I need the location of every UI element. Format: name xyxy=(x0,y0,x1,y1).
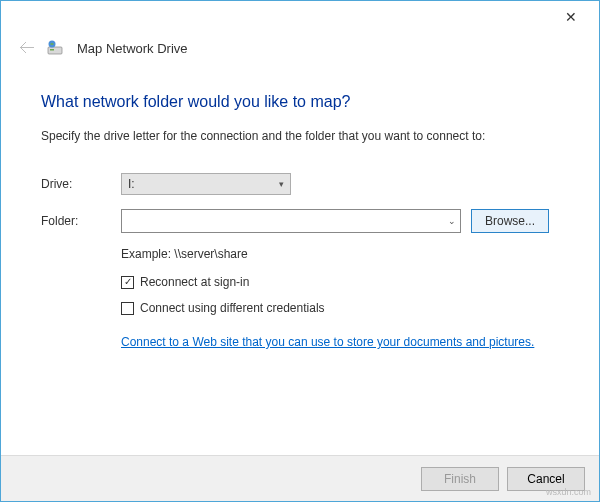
svg-rect-1 xyxy=(50,49,54,51)
browse-button-label: Browse... xyxy=(485,214,535,228)
finish-button-label: Finish xyxy=(444,472,476,486)
finish-button: Finish xyxy=(421,467,499,491)
folder-label: Folder: xyxy=(41,214,121,228)
reconnect-checkbox[interactable]: ✓ xyxy=(121,276,134,289)
chevron-down-icon: ⌄ xyxy=(448,216,456,226)
window-title: Map Network Drive xyxy=(77,41,188,56)
chevron-down-icon: ▾ xyxy=(279,179,284,189)
drive-select[interactable]: I: ▾ xyxy=(121,173,291,195)
page-heading: What network folder would you like to ma… xyxy=(41,93,559,111)
credentials-checkbox-row[interactable]: Connect using different credentials xyxy=(121,301,559,315)
reconnect-label: Reconnect at sign-in xyxy=(140,275,249,289)
credentials-checkbox[interactable] xyxy=(121,302,134,315)
titlebar: ✕ xyxy=(1,1,599,33)
example-text: Example: \\server\share xyxy=(121,247,559,261)
close-icon: ✕ xyxy=(565,9,577,25)
close-button[interactable]: ✕ xyxy=(551,3,591,31)
footer: Finish Cancel xyxy=(1,455,599,501)
header-row: 🡠 Map Network Drive xyxy=(1,33,599,69)
cancel-button-label: Cancel xyxy=(527,472,564,486)
drive-row: Drive: I: ▾ xyxy=(41,173,559,195)
options-block: Example: \\server\share ✓ Reconnect at s… xyxy=(121,247,559,349)
drive-select-value: I: xyxy=(128,177,135,191)
page-subtext: Specify the drive letter for the connect… xyxy=(41,129,559,143)
browse-button[interactable]: Browse... xyxy=(471,209,549,233)
network-drive-icon xyxy=(47,39,65,57)
back-arrow-icon[interactable]: 🡠 xyxy=(19,40,35,56)
folder-input[interactable]: ⌄ xyxy=(121,209,461,233)
drive-label: Drive: xyxy=(41,177,121,191)
content-area: What network folder would you like to ma… xyxy=(1,69,599,349)
website-link[interactable]: Connect to a Web site that you can use t… xyxy=(121,335,534,349)
credentials-label: Connect using different credentials xyxy=(140,301,325,315)
watermark: wsxdn.com xyxy=(546,487,591,497)
folder-row: Folder: ⌄ Browse... xyxy=(41,209,559,233)
reconnect-checkbox-row[interactable]: ✓ Reconnect at sign-in xyxy=(121,275,559,289)
